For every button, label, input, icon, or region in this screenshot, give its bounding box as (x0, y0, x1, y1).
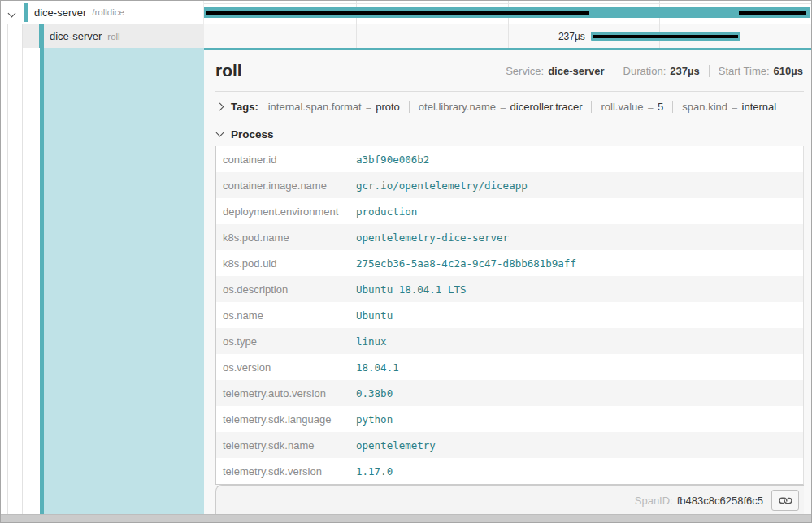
kv-key: telemetry.sdk.language (216, 413, 356, 426)
indent-guide (1, 24, 8, 48)
deep-link-button[interactable] (771, 490, 799, 511)
span-tree-left-strip (1, 48, 204, 514)
span-bar-roll[interactable] (591, 32, 741, 41)
kv-value: Ubuntu (356, 309, 393, 322)
tag-equals: = (648, 101, 654, 113)
tag-key: internal.span.format (268, 101, 362, 113)
kv-key: os.type (216, 335, 356, 348)
duration-value: 237µs (670, 65, 699, 77)
tag-separator (409, 101, 410, 113)
kv-value: 1.17.0 (356, 465, 393, 478)
table-row: k8s.pod.uid275ecb36-5aa8-4c2a-9c47-d8bb6… (216, 250, 803, 276)
service-color-accent (24, 3, 28, 22)
collapse-toggle[interactable] (9, 5, 15, 19)
span-overview: Service: dice-server Duration: 237µs Sta… (506, 65, 803, 77)
table-row: os.typelinux (216, 328, 803, 354)
table-row: container.ida3bf90e006b2 (216, 146, 803, 172)
selected-row-highlight: dice-server roll (23, 24, 203, 48)
timeline-gridline-25 (356, 24, 357, 48)
span-name-cell-roll[interactable]: dice-server roll (1, 24, 204, 48)
timeline-cell-roll[interactable]: 237µs (204, 24, 811, 48)
table-row: telemetry.sdk.nameopentelemetry (216, 432, 803, 458)
table-row: container.image.namegcr.io/opentelemetry… (216, 172, 803, 198)
tags-accordion[interactable]: Tags: internal.span.format=proto otel.li… (204, 92, 811, 122)
indent-guides-column (1, 48, 40, 514)
link-icon (776, 491, 793, 508)
detail-row-body: roll Service: dice-server Duration: 237µ… (1, 48, 811, 514)
kv-value: 0.38b0 (356, 387, 393, 400)
kv-value: 18.04.1 (356, 361, 399, 374)
start-time-label: Start Time: (719, 65, 770, 77)
spanid-label: SpanID: (635, 495, 673, 507)
kv-key: k8s.pod.name (216, 231, 356, 244)
indent-guide (1, 48, 8, 514)
chevron-down-icon (8, 10, 16, 18)
tag-equals: = (500, 101, 506, 113)
kv-value: gcr.io/opentelemetry/diceapp (356, 179, 528, 192)
chevron-right-icon (216, 103, 224, 111)
selected-span-core (593, 35, 739, 38)
service-name: dice-server (34, 6, 86, 19)
process-accordion[interactable]: Process (204, 122, 811, 146)
kv-key: os.version (216, 361, 356, 374)
tag-value: 5 (658, 101, 663, 113)
selected-span-highlight-fill (44, 48, 204, 514)
jaeger-span-detail-view: dice-server /rolldice dice-se (0, 0, 812, 523)
tag-item: internal.span.format=proto (268, 101, 400, 113)
process-kv-table: container.ida3bf90e006b2 container.image… (215, 146, 804, 485)
tag-value: proto (376, 101, 400, 113)
kv-key: deployment.environment (216, 205, 356, 218)
kv-value: python (356, 413, 393, 426)
timeline-cell-rolldice[interactable] (204, 1, 811, 24)
operation-name: roll (107, 32, 119, 41)
table-row: telemetry.auto.version0.38b0 (216, 380, 803, 406)
operation-name: /rolldice (92, 7, 124, 17)
service-name: dice-server (50, 30, 102, 42)
tag-value: diceroller.tracer (510, 101, 583, 113)
kv-key: telemetry.sdk.name (216, 439, 356, 452)
table-row: os.nameUbuntu (216, 302, 803, 328)
chevron-down-icon (216, 129, 224, 137)
table-row: telemetry.sdk.version1.17.0 (216, 458, 803, 484)
kv-value: linux (356, 335, 387, 348)
table-row: os.version18.04.1 (216, 354, 803, 380)
span-row-roll-selected: dice-server roll 237µs (1, 24, 811, 48)
bottom-scroll-gutter (1, 514, 811, 522)
span-duration-label: 237µs (558, 24, 585, 48)
tag-key: otel.library.name (419, 101, 496, 113)
kv-value: 275ecb36-5aa8-4c2a-9c47-d8bb681b9aff (356, 257, 576, 270)
tag-equals: = (366, 101, 372, 113)
kv-key: telemetry.auto.version (216, 387, 356, 400)
duration-label: Duration: (623, 65, 667, 77)
kv-key: telemetry.sdk.version (216, 465, 356, 478)
self-time-segment (206, 11, 588, 15)
kv-value: opentelemetry-dice-server (356, 231, 509, 244)
tag-key: roll.value (601, 101, 643, 113)
kv-value: production (356, 205, 417, 218)
tag-key: span.kind (682, 101, 727, 113)
span-name-cell-rolldice[interactable]: dice-server /rolldice (1, 1, 204, 24)
overview-separator (614, 65, 614, 77)
start-time-value: 610µs (774, 65, 803, 77)
service-label: Service: (506, 65, 544, 77)
tag-value: internal (742, 101, 777, 113)
span-row-rolldice: dice-server /rolldice (1, 1, 811, 24)
tags-label: Tags: (231, 101, 258, 113)
span-detail-panel: roll Service: dice-server Duration: 237µ… (204, 48, 811, 514)
kv-key: container.id (216, 153, 356, 166)
tags-summary: internal.span.format=proto otel.library.… (268, 101, 777, 113)
table-row: telemetry.sdk.languagepython (216, 406, 803, 432)
process-label: Process (231, 128, 274, 140)
overview-separator (709, 65, 710, 77)
service-value: dice-server (548, 65, 604, 77)
tag-equals: = (732, 101, 738, 113)
span-bar-rolldice[interactable] (204, 7, 810, 18)
table-row: k8s.pod.nameopentelemetry-dice-server (216, 224, 803, 250)
span-detail-footer: SpanID: fb483c8c6258f6c5 (215, 485, 804, 515)
kv-value: a3bf90e006b2 (356, 153, 429, 166)
trace-timeline-rows: dice-server /rolldice dice-se (1, 1, 811, 48)
table-row: os.descriptionUbuntu 18.04.1 LTS (216, 276, 803, 302)
indent-guide (8, 48, 23, 514)
tag-separator (591, 101, 592, 113)
tag-separator (672, 101, 673, 113)
